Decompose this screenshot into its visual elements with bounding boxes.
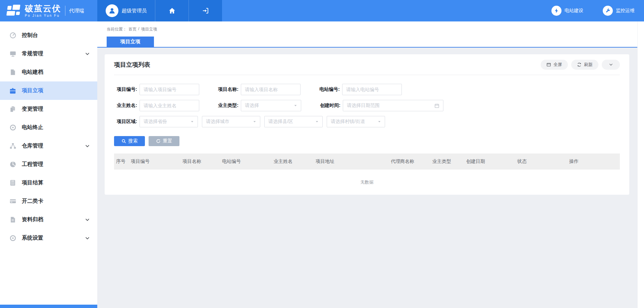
sidebar-item-label: 仓库管理	[22, 142, 85, 149]
monitor-ops-button[interactable]: 监控运维	[603, 6, 635, 16]
copy-icon	[9, 106, 16, 113]
filter-row-3: 项目区域: 请选择省份 请选择城市	[114, 116, 620, 127]
briefcase-icon	[9, 87, 16, 95]
sidebar-item-label: 变更管理	[22, 106, 90, 113]
home-button[interactable]	[155, 0, 189, 21]
tab-project-initiation[interactable]: 项目立项	[107, 37, 154, 47]
field-label: 创建时间:	[317, 103, 343, 109]
archive-icon	[9, 216, 16, 224]
brand-name: 破茧云伏	[25, 4, 61, 13]
province-select[interactable]: 请选择省份	[140, 116, 198, 127]
sidebar-item-console[interactable]: 控制台	[0, 26, 97, 45]
filter-project-region: 项目区域: 请选择省份 请选择城市	[114, 116, 385, 127]
sidebar-footer-bar	[0, 305, 97, 308]
sidebar-item-label: 项目立项	[22, 87, 90, 94]
col-status: 状态	[517, 159, 569, 165]
search-label: 搜索	[128, 138, 138, 144]
sidebar-item-open-card[interactable]: 开二类卡	[0, 192, 97, 210]
owner-name-input[interactable]	[140, 100, 199, 111]
reset-button[interactable]: 重置	[149, 136, 179, 146]
owner-type-select[interactable]: 请选择	[241, 100, 301, 111]
tab-bar: 项目立项	[97, 37, 644, 48]
portal-label: 代理端	[69, 8, 84, 14]
fullscreen-button[interactable]: 全屏	[541, 60, 568, 70]
sidebar-item-label: 电站终止	[22, 124, 90, 131]
county-select[interactable]: 请选择县/区	[264, 116, 323, 127]
card-title: 项目立项列表	[114, 61, 150, 69]
table-empty-state: 无数据	[114, 170, 620, 187]
reset-icon	[156, 139, 161, 143]
settings-icon	[9, 235, 16, 242]
sitemap-icon	[9, 142, 16, 150]
field-label: 项目名称:	[215, 86, 241, 93]
caret-down-icon	[253, 120, 256, 123]
select-placeholder: 请选择县/区	[268, 119, 293, 125]
breadcrumb: 当前位置： 首页 / 项目立项	[107, 26, 644, 32]
collapse-button[interactable]	[602, 60, 620, 70]
date-range-picker[interactable]: 请选择日期范围	[343, 100, 443, 111]
sidebar-item-station-termination[interactable]: 电站终止	[0, 118, 97, 137]
card-icon	[9, 198, 16, 205]
user-menu[interactable]: 超级管理员	[97, 0, 155, 21]
caret-down-icon	[294, 104, 297, 107]
filter-row-1: 项目编号: 项目名称: 电站编号:	[114, 84, 620, 95]
station-no-input[interactable]	[342, 84, 402, 95]
monitor-ops-label: 监控运维	[616, 8, 635, 14]
target-icon	[9, 124, 16, 131]
filter-owner-name: 业主姓名:	[114, 100, 199, 111]
calendar-icon	[434, 103, 439, 108]
station-build-button[interactable]: 电站建设	[551, 6, 583, 16]
brand-area[interactable]: 破茧云伏 Po Jian Yun Fu 代理端	[0, 0, 97, 21]
project-no-input[interactable]	[140, 84, 199, 95]
field-label: 业主姓名:	[114, 103, 140, 109]
chevron-down-icon	[609, 62, 613, 67]
refresh-label: 刷新	[584, 62, 593, 68]
sidebar-item-general-mgmt[interactable]: 常规管理	[0, 45, 97, 63]
col-owner-name: 业主姓名	[274, 159, 316, 165]
sidebar-item-change-mgmt[interactable]: 变更管理	[0, 100, 97, 118]
search-button[interactable]: 搜索	[114, 136, 145, 146]
refresh-button[interactable]: 刷新	[571, 60, 598, 70]
filter-form: 项目编号: 项目名称: 电站编号: 业主姓名:	[114, 75, 620, 146]
sidebar-item-warehouse-mgmt[interactable]: 仓库管理	[0, 137, 97, 155]
sidebar-item-station-archive[interactable]: 电站建档	[0, 63, 97, 81]
breadcrumb-prefix: 当前位置：	[107, 26, 127, 32]
filter-project-name: 项目名称:	[215, 84, 301, 95]
sidebar-item-engineering-mgmt[interactable]: 工程管理	[0, 155, 97, 174]
content-area: 项目立项列表 全屏 刷新	[97, 48, 644, 195]
field-label: 项目编号:	[114, 86, 140, 93]
user-strip: 超级管理员	[97, 0, 222, 21]
brand-subtitle: Po Jian Yun Fu	[25, 14, 61, 17]
project-name-input[interactable]	[241, 84, 301, 95]
user-name: 超级管理员	[122, 8, 147, 14]
filter-project-no: 项目编号:	[114, 84, 199, 95]
select-placeholder: 请选择村镇/街道	[331, 119, 365, 125]
caret-down-icon	[191, 120, 194, 123]
breadcrumb-home-link[interactable]: 首页	[128, 26, 137, 32]
col-owner-type: 业主类型	[432, 159, 466, 165]
header-right: 电站建设 监控运维	[222, 0, 644, 21]
sidebar-item-label: 控制台	[22, 32, 90, 39]
chevron-down-icon	[85, 217, 90, 222]
col-project-address: 项目地址	[316, 159, 391, 165]
sidebar-item-label: 常规管理	[22, 50, 85, 57]
brand-logo-icon	[6, 4, 21, 17]
col-project-name: 项目名称	[182, 159, 222, 165]
caret-down-icon	[315, 120, 319, 123]
logout-button[interactable]	[189, 0, 222, 21]
sidebar-item-label: 资料归档	[22, 216, 85, 223]
date-placeholder: 请选择日期范围	[347, 103, 380, 109]
sidebar-item-label: 开二类卡	[22, 198, 90, 205]
city-select[interactable]: 请选择城市	[202, 116, 260, 127]
filter-actions: 搜索 重置	[114, 136, 620, 146]
town-select[interactable]: 请选择村镇/街道	[327, 116, 385, 127]
sidebar-item-project-settlement[interactable]: 项目结算	[0, 174, 97, 192]
sidebar-item-system-settings[interactable]: 系统设置	[0, 229, 97, 247]
page-scrollbar[interactable]	[637, 21, 644, 308]
filter-station-no: 电站编号:	[317, 84, 402, 95]
col-project-no: 项目编号	[131, 159, 182, 165]
sidebar-item-project-initiation[interactable]: 项目立项	[0, 81, 97, 100]
brand-text: 破茧云伏 Po Jian Yun Fu	[25, 4, 61, 17]
sidebar-item-data-archive[interactable]: 资料归档	[0, 210, 97, 229]
brand-divider	[65, 6, 65, 16]
